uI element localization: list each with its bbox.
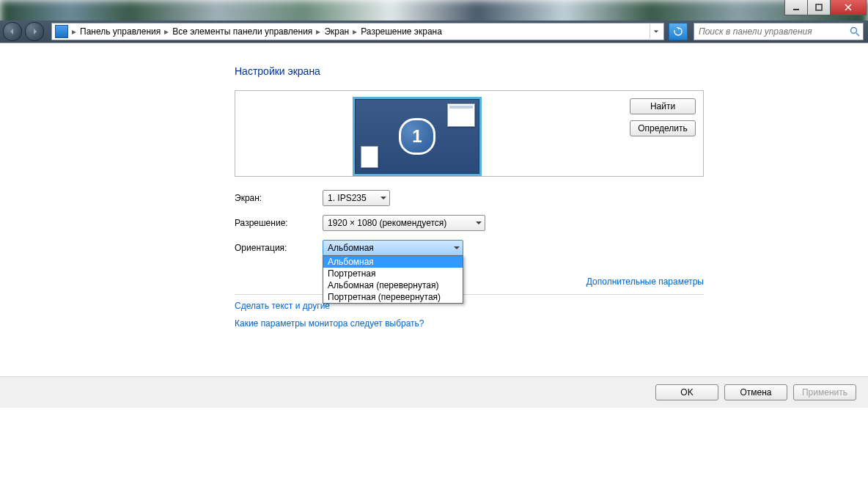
- chevron-down-icon: [449, 243, 460, 253]
- crumb-all-items[interactable]: Все элементы панели управления: [171, 26, 314, 37]
- breadcrumb-history-dropdown[interactable]: [650, 24, 662, 39]
- screen-label: Экран:: [235, 193, 323, 203]
- divider: [235, 294, 704, 295]
- search-input[interactable]: [697, 26, 850, 37]
- svg-rect-0: [793, 9, 799, 10]
- svg-rect-1: [816, 4, 822, 10]
- resolution-value: 1920 × 1080 (рекомендуется): [328, 218, 446, 228]
- orientation-option-landscape[interactable]: Альбомная: [323, 256, 463, 268]
- monitor-number-badge: 1: [399, 118, 435, 155]
- refresh-button[interactable]: [669, 23, 688, 40]
- monitor-preview[interactable]: 1: [353, 97, 482, 176]
- forward-button[interactable]: [25, 22, 44, 41]
- resolution-select[interactable]: 1920 × 1080 (рекомендуется): [323, 215, 485, 231]
- text-size-link[interactable]: Сделать текст и другие: [235, 301, 330, 311]
- chevron-down-icon: [376, 193, 386, 203]
- control-panel-icon: [55, 25, 68, 38]
- chevron-down-icon: [471, 218, 482, 228]
- apply-button[interactable]: Применить: [793, 384, 856, 400]
- chevron-right-icon: ▸: [72, 26, 76, 37]
- search-icon: [850, 26, 860, 37]
- preview-window-icon: [447, 103, 475, 127]
- breadcrumb[interactable]: ▸ Панель управления ▸ Все элементы панел…: [51, 23, 664, 40]
- back-button[interactable]: [3, 22, 22, 41]
- dialog-buttons: OK Отмена Применить: [0, 376, 868, 408]
- maximize-button[interactable]: [807, 0, 831, 15]
- orientation-option-landscape-flipped[interactable]: Альбомная (перевернутая): [323, 279, 463, 291]
- resolution-label: Разрешение:: [235, 218, 323, 228]
- monitor-help-link[interactable]: Какие параметры монитора следует выбрать…: [235, 318, 424, 329]
- orientation-select[interactable]: Альбомная Альбомная Портретная Альбомная…: [323, 240, 463, 256]
- orientation-label: Ориентация:: [235, 243, 323, 253]
- orientation-option-portrait[interactable]: Портретная: [323, 268, 463, 279]
- address-bar: ▸ Панель управления ▸ Все элементы панел…: [0, 21, 868, 43]
- ok-button[interactable]: OK: [655, 384, 718, 400]
- orientation-value: Альбомная: [328, 243, 374, 253]
- crumb-control-panel[interactable]: Панель управления: [78, 26, 162, 37]
- crumb-resolution[interactable]: Разрешение экрана: [359, 26, 444, 37]
- search-box[interactable]: [694, 23, 864, 40]
- find-button[interactable]: Найти: [630, 98, 696, 114]
- screen-select[interactable]: 1. IPS235: [323, 190, 390, 206]
- content-area: Настройки экрана 1 Найти Определить Экра…: [0, 43, 868, 487]
- chevron-right-icon: ▸: [164, 26, 169, 37]
- advanced-settings-link[interactable]: Дополнительные параметры: [586, 277, 704, 287]
- chevron-right-icon: ▸: [316, 26, 320, 37]
- cancel-button[interactable]: Отмена: [724, 384, 787, 400]
- chevron-right-icon: ▸: [353, 26, 357, 37]
- monitor-preview-box: 1 Найти Определить: [235, 90, 704, 177]
- detect-button[interactable]: Определить: [630, 120, 696, 136]
- window-controls: [785, 0, 867, 15]
- orientation-option-portrait-flipped[interactable]: Портретная (перевернутая): [323, 291, 463, 303]
- preview-window-icon: [361, 146, 378, 168]
- crumb-display[interactable]: Экран: [323, 26, 350, 37]
- orientation-dropdown: Альбомная Портретная Альбомная (переверн…: [323, 255, 463, 304]
- close-button[interactable]: [830, 0, 867, 15]
- minimize-button[interactable]: [784, 0, 808, 15]
- svg-point-2: [851, 28, 857, 34]
- page-title: Настройки экрана: [235, 65, 704, 77]
- screen-value: 1. IPS235: [328, 193, 367, 203]
